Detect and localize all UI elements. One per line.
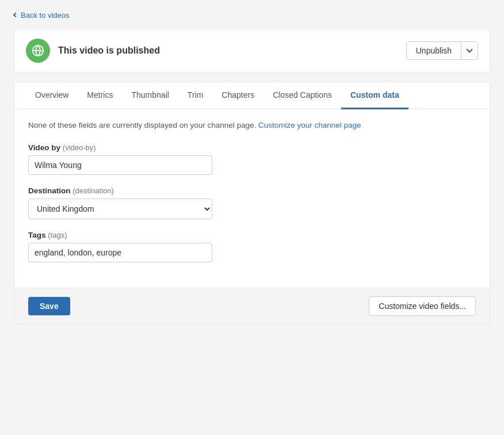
chevron-left-icon xyxy=(13,13,18,17)
tags-input[interactable] xyxy=(28,243,212,262)
destination-label: Destination (destination) xyxy=(28,186,476,195)
banner-left: This video is published xyxy=(26,39,160,63)
video-by-field-group: Video by (video-by) xyxy=(28,143,476,175)
tab-thumbnail[interactable]: Thumbnail xyxy=(122,82,178,109)
unpublish-button[interactable]: Unpublish xyxy=(407,42,461,59)
published-banner: This video is published Unpublish xyxy=(14,29,490,72)
destination-select[interactable]: United Kingdom United States Canada Aust… xyxy=(28,199,212,219)
video-by-input[interactable] xyxy=(28,155,212,175)
tab-metrics[interactable]: Metrics xyxy=(78,82,122,109)
unpublish-dropdown-button[interactable] xyxy=(461,45,478,56)
back-to-videos-link[interactable]: Back to videos xyxy=(14,11,70,20)
customize-channel-link[interactable]: Customize your channel page xyxy=(258,121,361,129)
main-card: Overview Metrics Thumbnail Trim Chapters… xyxy=(14,82,490,325)
tab-closed-captions[interactable]: Closed Captions xyxy=(264,82,341,109)
unpublish-group: Unpublish xyxy=(406,41,478,60)
customize-video-fields-button[interactable]: Customize video fields... xyxy=(369,296,476,316)
destination-field-group: Destination (destination) United Kingdom… xyxy=(28,186,476,219)
tab-content-area: None of these fields are currently displ… xyxy=(14,109,490,288)
tags-sub-label: (tags) xyxy=(48,231,67,239)
tags-label: Tags (tags) xyxy=(28,231,476,239)
tags-field-group: Tags (tags) xyxy=(28,231,476,262)
tab-custom-data[interactable]: Custom data xyxy=(341,82,408,109)
video-by-sub-label: (video-by) xyxy=(63,143,96,152)
info-message: None of these fields are currently displ… xyxy=(28,121,476,129)
banner-status-text: This video is published xyxy=(58,45,160,56)
tab-overview[interactable]: Overview xyxy=(26,82,78,109)
destination-sub-label: (destination) xyxy=(72,186,114,195)
back-link-label: Back to videos xyxy=(21,11,70,20)
tabs-nav: Overview Metrics Thumbnail Trim Chapters… xyxy=(14,82,490,109)
tab-chapters[interactable]: Chapters xyxy=(212,82,264,109)
globe-icon xyxy=(26,39,50,63)
page-footer: Save Customize video fields... xyxy=(14,288,490,324)
chevron-down-icon xyxy=(466,46,472,52)
tab-trim[interactable]: Trim xyxy=(178,82,212,109)
save-button[interactable]: Save xyxy=(28,297,70,315)
video-by-label: Video by (video-by) xyxy=(28,143,476,152)
